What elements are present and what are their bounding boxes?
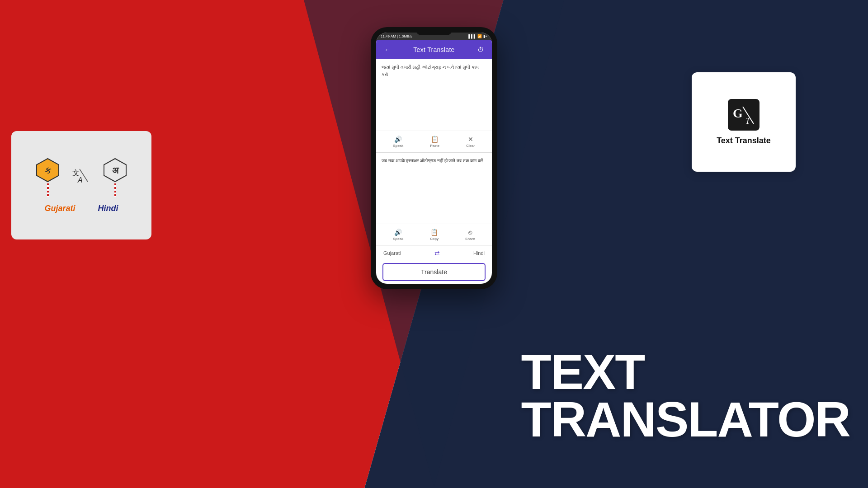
speak-button-output[interactable]: 🔊 Speak: [390, 227, 407, 243]
share-label: Share: [465, 237, 475, 241]
input-section[interactable]: જ્યાં સુધી તમારી સહી ઑટોગ્રાફ ન બને ત્યા…: [376, 59, 492, 131]
right-logo-card: G T Text Translate: [692, 72, 796, 172]
left-language-card: ક 文 A अ Gujarati Hindi: [11, 131, 151, 239]
language-bar: Gujarati ⇄ Hindi: [376, 245, 492, 260]
hindi-sign: अ: [103, 158, 127, 197]
phone-screen: 11:49 AM | 1.0MB/s ▌▌▌ 📶 ▮+ ← Text Trans…: [376, 33, 492, 284]
svg-text:ક: ક: [45, 165, 52, 175]
speak-icon-input: 🔊: [394, 136, 402, 143]
target-language[interactable]: Hindi: [473, 250, 485, 256]
gujarati-sign: ક: [35, 158, 60, 197]
back-icon: ←: [384, 46, 391, 53]
back-button[interactable]: ←: [382, 45, 392, 55]
big-text-container: TEXT TRANSLATOR: [521, 348, 850, 443]
gujarati-hexagon: ક: [35, 158, 60, 183]
copy-label: Copy: [430, 237, 439, 241]
hindi-hexagon: अ: [103, 158, 127, 183]
gujarati-pole: [47, 183, 49, 197]
hindi-label: Hindi: [98, 204, 118, 213]
input-action-row: 🔊 Speak 📋 Paste ✕ Clear: [376, 131, 492, 152]
hindi-pole: [114, 183, 116, 197]
copy-button[interactable]: 📋 Copy: [426, 227, 442, 243]
gt-logo-wrapper: G T: [728, 99, 760, 131]
big-text-line1: TEXT: [521, 348, 850, 396]
paste-label: Paste: [430, 144, 439, 148]
paste-icon: 📋: [431, 136, 439, 143]
app-title: Text Translate: [413, 46, 454, 53]
svg-text:अ: अ: [112, 165, 119, 175]
big-text-line2: TRANSLATOR: [521, 396, 850, 443]
source-language[interactable]: Gujarati: [383, 250, 401, 256]
output-text: जब तक आपके हस्ताक्षर ऑटोग्राफ नहीं हो जा…: [382, 157, 486, 164]
swap-language-button[interactable]: ⇄: [434, 249, 440, 257]
copy-icon: 📋: [430, 229, 438, 236]
status-time: 11:49 AM | 1.0MB/s: [381, 34, 412, 38]
clear-label: Clear: [466, 144, 475, 148]
history-icon: ⏱: [477, 46, 484, 53]
speak-label-input: Speak: [393, 144, 404, 148]
output-section: जब तक आपके हस्ताक्षर ऑटोग्राफ नहीं हो जा…: [376, 153, 492, 224]
language-labels: Gujarati Hindi: [44, 204, 118, 213]
gujarati-label: Gujarati: [44, 204, 75, 213]
phone-mockup: 11:49 AM | 1.0MB/s ▌▌▌ 📶 ▮+ ← Text Trans…: [371, 27, 497, 289]
translate-button[interactable]: Translate: [382, 263, 486, 281]
phone-notch: [416, 27, 452, 35]
input-text: જ્યાં સુધી તમારી સહી ઑટોગ્રાફ ન બને ત્યા…: [382, 64, 486, 78]
app-bar: ← Text Translate ⏱: [376, 40, 492, 59]
output-action-row: 🔊 Speak 📋 Copy ⎋ Share: [376, 224, 492, 245]
language-icons: ક 文 A अ: [35, 158, 127, 197]
signal-icon: ▌▌▌: [468, 34, 476, 38]
battery-icon: ▮+: [483, 34, 487, 38]
speak-label-output: Speak: [393, 237, 404, 241]
speak-button-input[interactable]: 🔊 Speak: [390, 134, 407, 150]
phone-outer: 11:49 AM | 1.0MB/s ▌▌▌ 📶 ▮+ ← Text Trans…: [371, 27, 497, 289]
wifi-icon: 📶: [477, 34, 482, 38]
svg-text:G: G: [733, 106, 743, 120]
translate-center-icon: 文 A: [71, 165, 91, 189]
clear-icon: ✕: [468, 136, 473, 143]
right-card-title: Text Translate: [717, 136, 771, 145]
status-icons: ▌▌▌ 📶 ▮+: [468, 34, 487, 38]
paste-button[interactable]: 📋 Paste: [427, 134, 443, 150]
share-button[interactable]: ⎋ Share: [462, 227, 478, 243]
svg-text:A: A: [77, 176, 83, 184]
svg-text:文: 文: [72, 169, 80, 177]
clear-button[interactable]: ✕ Clear: [462, 134, 478, 150]
speak-icon-output: 🔊: [394, 229, 402, 236]
share-icon: ⎋: [468, 229, 472, 236]
history-button[interactable]: ⏱: [476, 45, 486, 55]
